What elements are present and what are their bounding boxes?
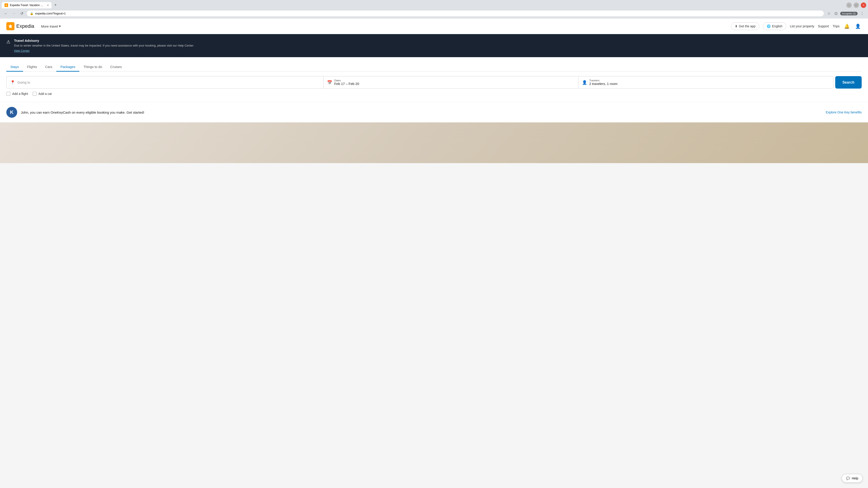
travelers-value: 2 travelers, 1 room [589, 82, 618, 86]
tab-close-button[interactable]: × [47, 3, 49, 7]
chevron-down-icon: ▾ [59, 24, 61, 28]
list-property-link[interactable]: List your property [790, 24, 814, 28]
help-center-link[interactable]: Help Center [14, 49, 30, 53]
maximize-button[interactable]: □ [854, 2, 859, 8]
tab-cars[interactable]: Cars [41, 63, 57, 72]
toolbar-actions: ☆ ⊡ Incognito (2) ⋮ [826, 10, 865, 17]
person-icon: 👤 [582, 80, 587, 85]
advisory-banner: ⚠ Travel Advisory Due to winter weather … [0, 34, 868, 57]
advisory-content: Travel Advisory Due to winter weather in… [14, 39, 194, 53]
get-app-button[interactable]: ⬇ Get the app [731, 22, 759, 30]
search-extras: Add a flight Add a car [6, 92, 862, 96]
refresh-button[interactable]: ↺ [19, 10, 25, 17]
location-icon: 📍 [10, 80, 15, 85]
travelers-field[interactable]: 👤 Travelers 2 travelers, 1 room [578, 76, 833, 89]
trips-link[interactable]: Trips [833, 24, 839, 28]
tab-title: Expedia Travel: Vacation Home... [10, 4, 45, 7]
window-controls: − □ × [846, 2, 866, 8]
add-car-checkbox-box [33, 92, 37, 96]
notification-button[interactable]: 🔔 [843, 23, 850, 30]
dates-field[interactable]: 📅 Dates Feb 17 – Feb 20 [323, 76, 578, 89]
browser-toolbar: ← → ↺ 🔒 ☆ ⊡ Incognito (2) ⋮ [0, 8, 868, 19]
search-button[interactable]: Search [835, 76, 862, 89]
destination-placeholder: Going to [18, 80, 30, 84]
incognito-badge: Incognito (2) [840, 12, 858, 15]
search-tabs: Stays Flights Cars Packages Things to do… [6, 63, 862, 72]
bookmark-button[interactable]: ☆ [826, 10, 832, 17]
dates-content: Dates Feb 17 – Feb 20 [334, 79, 359, 86]
onekey-avatar: K [6, 107, 17, 118]
add-flight-checkbox[interactable]: Add a flight [6, 92, 28, 96]
map-background [0, 123, 868, 163]
travelers-content: Travelers 2 travelers, 1 room [589, 79, 618, 86]
address-input[interactable] [35, 12, 821, 15]
dates-label: Dates [334, 79, 359, 82]
page-content: Expedia More travel ▾ ⬇ Get the app 🌐 En… [0, 19, 868, 163]
tab-favicon: e [4, 3, 8, 7]
onekey-benefits-link[interactable]: Explore One Key benefits [826, 110, 862, 114]
tab-things-to-do[interactable]: Things to do [79, 63, 106, 72]
close-window-button[interactable]: × [861, 2, 866, 8]
warning-icon: ⚠ [6, 39, 10, 44]
bell-icon: 🔔 [844, 24, 850, 29]
search-widget: Stays Flights Cars Packages Things to do… [0, 57, 868, 102]
logo-text: Expedia [16, 23, 34, 29]
more-options-button[interactable]: ⋮ [859, 10, 865, 17]
header-right: ⬇ Get the app 🌐 English List your proper… [731, 22, 862, 30]
language-button[interactable]: 🌐 English [763, 22, 786, 30]
calendar-icon: 📅 [327, 80, 332, 85]
back-button[interactable]: ← [3, 11, 9, 17]
forward-button[interactable]: → [11, 11, 17, 17]
new-tab-button[interactable]: + [53, 2, 59, 8]
destination-content: Going to [18, 80, 30, 84]
download-icon: ⬇ [735, 24, 738, 28]
active-tab[interactable]: e Expedia Travel: Vacation Home... × [2, 2, 52, 8]
onekey-message: John, you can earn OneKeyCash on every e… [21, 110, 822, 114]
site-header: Expedia More travel ▾ ⬇ Get the app 🌐 En… [0, 19, 868, 34]
address-bar[interactable]: 🔒 [26, 10, 824, 17]
tab-cruises[interactable]: Cruises [106, 63, 126, 72]
tab-packages[interactable]: Packages [56, 63, 79, 72]
search-form: 📍 Going to 📅 Dates Feb 17 – Feb 20 👤 Tra… [6, 76, 862, 89]
map-section [0, 123, 868, 163]
support-link[interactable]: Support [818, 24, 829, 28]
minimize-button[interactable]: − [846, 2, 852, 8]
logo-icon [6, 22, 14, 30]
browser-tab-bar: e Expedia Travel: Vacation Home... × + −… [0, 0, 868, 8]
account-button[interactable]: 👤 [854, 23, 862, 30]
account-icon: 👤 [855, 24, 861, 29]
logo-link[interactable]: Expedia [6, 22, 34, 30]
browser-chrome: e Expedia Travel: Vacation Home... × + −… [0, 0, 868, 19]
tab-flights[interactable]: Flights [23, 63, 41, 72]
globe-icon: 🌐 [767, 24, 771, 28]
dates-value: Feb 17 – Feb 20 [334, 82, 359, 86]
add-flight-checkbox-box [6, 92, 10, 96]
add-car-checkbox[interactable]: Add a car [33, 92, 52, 96]
split-screen-button[interactable]: ⊡ [833, 10, 839, 17]
onekey-banner: K John, you can earn OneKeyCash on every… [0, 102, 868, 123]
advisory-text: Due to winter weather in the United Stat… [14, 44, 194, 47]
travelers-label: Travelers [589, 79, 618, 82]
tab-stays[interactable]: Stays [6, 63, 23, 72]
destination-field[interactable]: 📍 Going to [6, 76, 323, 89]
advisory-title: Travel Advisory [14, 39, 194, 42]
lock-icon: 🔒 [30, 12, 33, 15]
more-travel-button[interactable]: More travel ▾ [39, 23, 63, 30]
